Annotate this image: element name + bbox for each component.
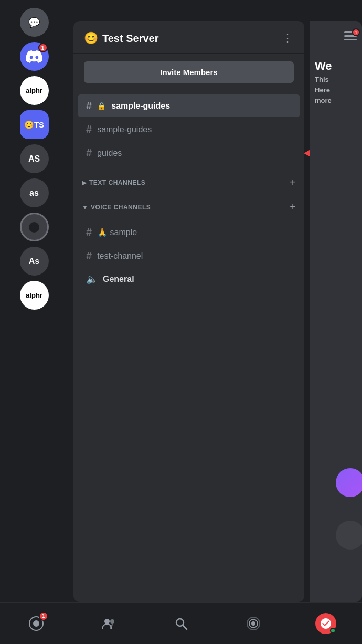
bottom-nav-profile-button[interactable] xyxy=(313,610,339,637)
server-emoji: 😊 xyxy=(84,31,98,45)
profile-avatar xyxy=(315,613,336,634)
panel-sub-text-3: more xyxy=(315,97,357,104)
voice-channel-list: # 🙏 sample # test-channel 🔈 General xyxy=(73,217,304,294)
sidebar-item-alphr2[interactable]: alphr xyxy=(20,281,49,310)
voice-channels-add-button[interactable]: + xyxy=(290,201,296,213)
profile-avatar-icon xyxy=(320,617,332,630)
online-status-indicator xyxy=(330,628,336,634)
sidebar-item-as-bottom[interactable]: As xyxy=(20,247,49,276)
voice-channels-section-header[interactable]: ▼ VOICE CHANNELS + xyxy=(73,193,304,217)
bottom-nav-search-button[interactable] xyxy=(168,610,194,637)
channel-item-sample-prayer[interactable]: # 🙏 sample xyxy=(78,221,300,244)
svg-point-9 xyxy=(251,621,255,626)
hamburger-badge: 1 xyxy=(352,28,360,36)
text-channels-section-header[interactable]: ▶ TEXT CHANNELS + xyxy=(73,168,304,193)
channel-name-sample-guides-active: sample-guides xyxy=(111,101,292,111)
right-panel-content: We This Here more xyxy=(310,51,362,112)
sidebar-item-as-lower[interactable]: as xyxy=(20,178,49,207)
channel-name-sample-guides: sample-guides xyxy=(97,125,292,134)
home-badge: 1 xyxy=(39,611,48,621)
hamburger-menu-button[interactable]: 1 xyxy=(344,31,357,43)
svg-rect-2 xyxy=(344,39,357,40)
svg-point-6 xyxy=(110,619,114,624)
sidebar-item-circle[interactable] xyxy=(20,213,49,241)
friends-icon xyxy=(101,616,116,631)
server-name: Test Server xyxy=(102,33,158,45)
as-bottom-label: As xyxy=(29,257,39,266)
channel-name-guides: guides xyxy=(97,149,292,158)
right-panel-header: 1 xyxy=(310,21,362,51)
sidebar-item-discord[interactable]: 1 xyxy=(20,42,49,71)
purple-circle-decoration xyxy=(336,468,362,497)
green-circle-decoration xyxy=(336,521,362,550)
channel-hash-icon-5: # xyxy=(86,250,92,262)
channel-name-sample-prayer: 🙏 sample xyxy=(97,227,292,237)
channel-name-test-channel: test-channel xyxy=(97,251,292,261)
voice-channels-arrow-icon: ▼ xyxy=(82,204,88,211)
sidebar-item-as-upper[interactable]: AS xyxy=(20,144,49,173)
bottom-nav-home-button[interactable]: 1 xyxy=(23,610,49,637)
channel-list: # 🔒 sample-guides # sample-guides # guid… xyxy=(73,91,304,168)
test-server-icon-label: 😊TS xyxy=(24,120,44,130)
right-panel: 1 We This Here more xyxy=(310,21,362,602)
server-list: 💬 1 alphr 😊TS AS as As alphr xyxy=(0,0,68,602)
server-title: 😊 Test Server xyxy=(84,31,158,45)
bottom-nav-voice-button[interactable] xyxy=(240,610,267,637)
signal-icon xyxy=(246,616,261,631)
text-channels-add-button[interactable]: + xyxy=(290,176,296,188)
channel-item-test-channel[interactable]: # test-channel xyxy=(78,245,300,267)
channel-name-general: General xyxy=(103,275,292,284)
channel-item-guides[interactable]: # guides xyxy=(78,142,300,164)
svg-point-5 xyxy=(104,619,110,624)
discord-badge: 1 xyxy=(38,43,48,52)
channel-item-general[interactable]: 🔈 General xyxy=(78,268,300,290)
sidebar-item-test-server[interactable]: 😊TS xyxy=(20,110,49,139)
channel-item-sample-guides[interactable]: # sample-guides xyxy=(78,118,300,141)
panel-sub-text-2: Here xyxy=(315,86,357,94)
bottom-nav-friends-button[interactable] xyxy=(95,610,122,637)
text-channels-header-left: ▶ TEXT CHANNELS xyxy=(82,179,145,186)
sidebar-item-alphr1[interactable]: alphr xyxy=(20,76,49,105)
invite-members-button[interactable]: Invite Members xyxy=(84,61,294,83)
channel-hash-icon: # xyxy=(86,100,92,112)
search-icon xyxy=(174,616,188,631)
text-channels-label: TEXT CHANNELS xyxy=(89,179,145,186)
panel-sub-text-1: This xyxy=(315,76,357,83)
lock-icon: 🔒 xyxy=(97,102,106,110)
server-header: 😊 Test Server ⋮ xyxy=(73,21,304,54)
channel-hash-icon-4: # xyxy=(86,226,92,238)
bottom-nav: 1 xyxy=(0,602,362,644)
voice-channels-label: VOICE CHANNELS xyxy=(91,204,151,211)
sidebar-item-chat[interactable]: 💬 xyxy=(20,8,49,37)
as-upper-label: AS xyxy=(28,154,40,164)
voice-channels-header-left: ▼ VOICE CHANNELS xyxy=(82,204,151,211)
channel-hash-icon-2: # xyxy=(86,123,92,135)
server-more-options-button[interactable]: ⋮ xyxy=(282,31,294,45)
text-channels-arrow-icon: ▶ xyxy=(82,179,87,186)
welcome-text: We xyxy=(315,59,357,73)
alphr-label-1: alphr xyxy=(26,87,42,94)
svg-line-8 xyxy=(183,625,187,629)
alphr-label-2: alphr xyxy=(26,291,42,299)
svg-point-4 xyxy=(33,620,39,627)
as-lower-label: as xyxy=(29,188,39,198)
voice-speaker-icon: 🔈 xyxy=(86,273,98,285)
channel-item-sample-guides-active[interactable]: # 🔒 sample-guides xyxy=(78,94,300,117)
chat-icon: 💬 xyxy=(28,17,40,28)
channel-panel: 😊 Test Server ⋮ Invite Members # 🔒 sampl… xyxy=(73,21,304,602)
circle-inner xyxy=(29,222,39,233)
channel-hash-icon-3: # xyxy=(86,147,92,159)
